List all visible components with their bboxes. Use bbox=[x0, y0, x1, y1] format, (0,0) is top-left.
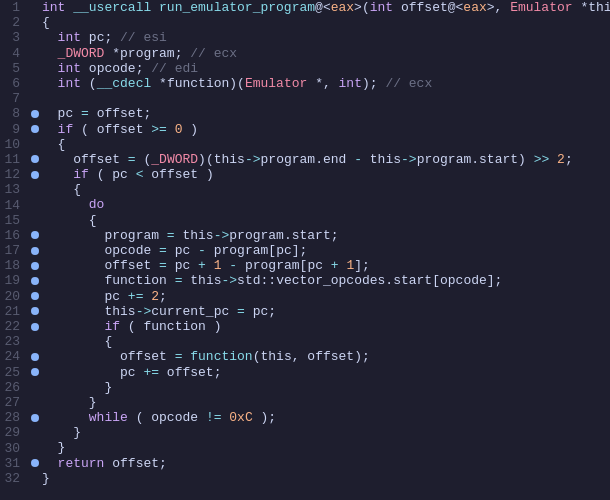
code-text: } bbox=[42, 425, 610, 440]
code-text: int __usercall run_emulator_program@<eax… bbox=[42, 0, 610, 15]
line-number: 11 bbox=[0, 152, 28, 167]
code-text: { bbox=[42, 137, 610, 152]
breakpoint-dot bbox=[31, 231, 39, 239]
code-text: { bbox=[42, 213, 610, 228]
dot-col bbox=[28, 262, 42, 270]
line-number: 27 bbox=[0, 395, 28, 410]
code-line: 5 int opcode; // edi bbox=[0, 61, 610, 76]
code-line: 18 offset = pc + 1 - program[pc + 1]; bbox=[0, 258, 610, 273]
code-line: 12 if ( pc < offset ) bbox=[0, 167, 610, 182]
line-number: 8 bbox=[0, 106, 28, 121]
breakpoint-dot bbox=[31, 277, 39, 285]
code-line: 30 } bbox=[0, 440, 610, 455]
breakpoint-dot bbox=[31, 155, 39, 163]
breakpoint-dot bbox=[31, 353, 39, 361]
code-line: 25 pc += offset; bbox=[0, 365, 610, 380]
code-line: 21 this->current_pc = pc; bbox=[0, 304, 610, 319]
line-number: 25 bbox=[0, 365, 28, 380]
breakpoint-dot bbox=[31, 459, 39, 467]
dot-col bbox=[28, 307, 42, 315]
line-number: 9 bbox=[0, 122, 28, 137]
breakpoint-dot bbox=[31, 262, 39, 270]
code-line: 8 pc = offset; bbox=[0, 106, 610, 121]
breakpoint-dot bbox=[31, 110, 39, 118]
code-text: } bbox=[42, 395, 610, 410]
dot-col bbox=[28, 414, 42, 422]
code-text bbox=[42, 91, 610, 106]
code-line: 22 if ( function ) bbox=[0, 319, 610, 334]
code-line: 1 int __usercall run_emulator_program@<e… bbox=[0, 0, 610, 15]
line-number: 20 bbox=[0, 289, 28, 304]
code-line: 20 pc += 2; bbox=[0, 289, 610, 304]
code-line: 16 program = this->program.start; bbox=[0, 228, 610, 243]
code-line: 27 } bbox=[0, 395, 610, 410]
code-text: program = this->program.start; bbox=[42, 228, 610, 243]
dot-col bbox=[28, 459, 42, 467]
code-text: this->current_pc = pc; bbox=[42, 304, 610, 319]
breakpoint-dot bbox=[31, 323, 39, 331]
line-number: 31 bbox=[0, 456, 28, 471]
line-number: 30 bbox=[0, 441, 28, 456]
breakpoint-dot bbox=[31, 247, 39, 255]
code-text: offset = function(this, offset); bbox=[42, 349, 610, 364]
dot-col bbox=[28, 110, 42, 118]
line-number: 4 bbox=[0, 46, 28, 61]
code-text: int opcode; // edi bbox=[42, 61, 610, 76]
breakpoint-dot bbox=[31, 307, 39, 315]
code-text: if ( offset >= 0 ) bbox=[42, 122, 610, 137]
line-number: 29 bbox=[0, 425, 28, 440]
code-text: offset = pc + 1 - program[pc + 1]; bbox=[42, 258, 610, 273]
line-number: 3 bbox=[0, 30, 28, 45]
code-text: { bbox=[42, 15, 610, 30]
code-line: 3 int pc; // esi bbox=[0, 30, 610, 45]
code-line: 4 _DWORD *program; // ecx bbox=[0, 46, 610, 61]
code-text: offset = (_DWORD)(this->program.end - th… bbox=[42, 152, 610, 167]
dot-col bbox=[28, 155, 42, 163]
dot-col bbox=[28, 231, 42, 239]
line-number: 32 bbox=[0, 471, 28, 486]
dot-col bbox=[28, 292, 42, 300]
code-text: int (__cdecl *function)(Emulator *, int)… bbox=[42, 76, 610, 91]
line-number: 10 bbox=[0, 137, 28, 152]
dot-col bbox=[28, 277, 42, 285]
code-text: return offset; bbox=[42, 456, 610, 471]
code-line: 10 { bbox=[0, 137, 610, 152]
line-number: 26 bbox=[0, 380, 28, 395]
dot-col bbox=[28, 125, 42, 133]
code-text: int pc; // esi bbox=[42, 30, 610, 45]
line-number: 21 bbox=[0, 304, 28, 319]
code-line: 28 while ( opcode != 0xC ); bbox=[0, 410, 610, 425]
line-number: 22 bbox=[0, 319, 28, 334]
code-line: 13 { bbox=[0, 182, 610, 197]
code-text: opcode = pc - program[pc]; bbox=[42, 243, 610, 258]
code-line: 32 } bbox=[0, 471, 610, 486]
line-number: 1 bbox=[0, 0, 28, 15]
line-number: 12 bbox=[0, 167, 28, 182]
code-text: while ( opcode != 0xC ); bbox=[42, 410, 610, 425]
code-text: pc += 2; bbox=[42, 289, 610, 304]
code-line: 19 function = this->std::vector_opcodes.… bbox=[0, 273, 610, 288]
line-number: 16 bbox=[0, 228, 28, 243]
line-number: 7 bbox=[0, 91, 28, 106]
code-text: _DWORD *program; // ecx bbox=[42, 46, 610, 61]
line-number: 18 bbox=[0, 258, 28, 273]
line-number: 19 bbox=[0, 273, 28, 288]
code-line: 17 opcode = pc - program[pc]; bbox=[0, 243, 610, 258]
code-text: } bbox=[42, 471, 610, 486]
code-line: 26 } bbox=[0, 380, 610, 395]
code-text: pc += offset; bbox=[42, 365, 610, 380]
code-text: do bbox=[42, 197, 610, 212]
code-text: if ( pc < offset ) bbox=[42, 167, 610, 182]
code-container: 1 int __usercall run_emulator_program@<e… bbox=[0, 0, 610, 500]
line-number: 5 bbox=[0, 61, 28, 76]
code-line: 6 int (__cdecl *function)(Emulator *, in… bbox=[0, 76, 610, 91]
code-line: 23 { bbox=[0, 334, 610, 349]
line-number: 6 bbox=[0, 76, 28, 91]
line-number: 17 bbox=[0, 243, 28, 258]
line-number: 15 bbox=[0, 213, 28, 228]
code-text: { bbox=[42, 182, 610, 197]
code-text: function = this->std::vector_opcodes.sta… bbox=[42, 273, 610, 288]
breakpoint-dot bbox=[31, 125, 39, 133]
breakpoint-dot bbox=[31, 171, 39, 179]
code-text: pc = offset; bbox=[42, 106, 610, 121]
